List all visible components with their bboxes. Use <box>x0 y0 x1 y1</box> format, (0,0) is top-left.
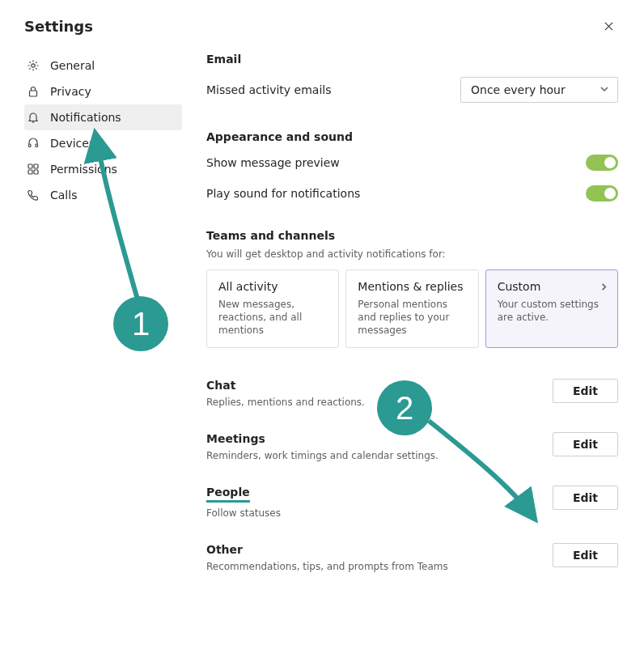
svg-point-0 <box>32 64 35 67</box>
card-desc: Your custom settings are active. <box>498 298 608 324</box>
missed-emails-value: Once every hour <box>471 83 566 96</box>
card-title: All activity <box>218 280 278 293</box>
card-desc: New messages, reactions, and all mention… <box>218 298 328 337</box>
teams-card-mentions[interactable]: Mentions & replies Personal mentions and… <box>345 269 478 348</box>
chevron-down-icon <box>600 83 609 96</box>
edit-people-button[interactable]: Edit <box>553 486 618 510</box>
email-heading: Email <box>206 53 618 66</box>
bell-icon <box>26 110 40 125</box>
teams-card-custom[interactable]: Custom Your custom settings are active. <box>485 269 618 348</box>
svg-rect-2 <box>29 144 32 147</box>
lock-icon <box>26 84 40 99</box>
teams-heading: Teams and channels <box>206 229 618 242</box>
headset-icon <box>26 136 40 151</box>
svg-rect-4 <box>28 164 32 168</box>
svg-rect-6 <box>28 170 32 174</box>
chevron-right-icon <box>600 280 608 293</box>
sound-label: Play sound for notifications <box>206 187 360 200</box>
appearance-heading: Appearance and sound <box>206 130 618 143</box>
sidebar-item-label: General <box>50 59 95 72</box>
missed-emails-select[interactable]: Once every hour <box>460 77 618 103</box>
edit-chat-button[interactable]: Edit <box>553 379 618 403</box>
svg-rect-3 <box>36 144 38 147</box>
category-other-title: Other <box>206 543 448 556</box>
category-meetings-title: Meetings <box>206 432 439 445</box>
apps-icon <box>26 162 40 176</box>
teams-subtext: You will get desktop and activity notifi… <box>206 248 618 260</box>
teams-card-all-activity[interactable]: All activity New messages, reactions, an… <box>206 269 339 348</box>
sidebar: General Privacy Notifications Devices <box>24 53 182 593</box>
category-chat-desc: Replies, mentions and reactions. <box>206 397 365 408</box>
close-button[interactable] <box>600 19 616 35</box>
sidebar-item-label: Privacy <box>50 85 91 98</box>
category-other-desc: Recommendations, tips, and prompts from … <box>206 561 448 572</box>
preview-toggle[interactable] <box>586 155 618 171</box>
sidebar-item-devices[interactable]: Devices <box>24 130 182 156</box>
edit-meetings-button[interactable]: Edit <box>553 432 618 456</box>
svg-rect-1 <box>30 91 37 96</box>
category-chat-title: Chat <box>206 379 365 392</box>
svg-rect-7 <box>34 170 38 174</box>
close-icon <box>604 20 613 33</box>
sidebar-item-calls[interactable]: Calls <box>24 182 182 208</box>
page-title: Settings <box>24 18 93 35</box>
svg-rect-5 <box>34 164 38 168</box>
sidebar-item-notifications[interactable]: Notifications <box>24 104 182 130</box>
sound-toggle[interactable] <box>586 185 618 202</box>
category-people-desc: Follow statuses <box>206 507 281 519</box>
sidebar-item-label: Calls <box>50 189 77 202</box>
sidebar-item-label: Devices <box>50 137 95 150</box>
card-title: Custom <box>498 280 541 293</box>
sidebar-item-general[interactable]: General <box>24 53 182 79</box>
gear-icon <box>26 58 40 73</box>
category-meetings-desc: Reminders, work timings and calendar set… <box>206 450 439 461</box>
card-title: Mentions & replies <box>358 280 463 293</box>
preview-label: Show message preview <box>206 156 340 169</box>
phone-icon <box>26 188 40 202</box>
category-people-title: People <box>206 486 250 503</box>
missed-emails-label: Missed activity emails <box>206 83 331 96</box>
card-desc: Personal mentions and replies to your me… <box>358 298 468 337</box>
sidebar-item-permissions[interactable]: Permissions <box>24 156 182 182</box>
sidebar-item-privacy[interactable]: Privacy <box>24 79 182 104</box>
sidebar-item-label: Permissions <box>50 163 117 176</box>
sidebar-item-label: Notifications <box>50 111 121 124</box>
edit-other-button[interactable]: Edit <box>553 543 618 567</box>
